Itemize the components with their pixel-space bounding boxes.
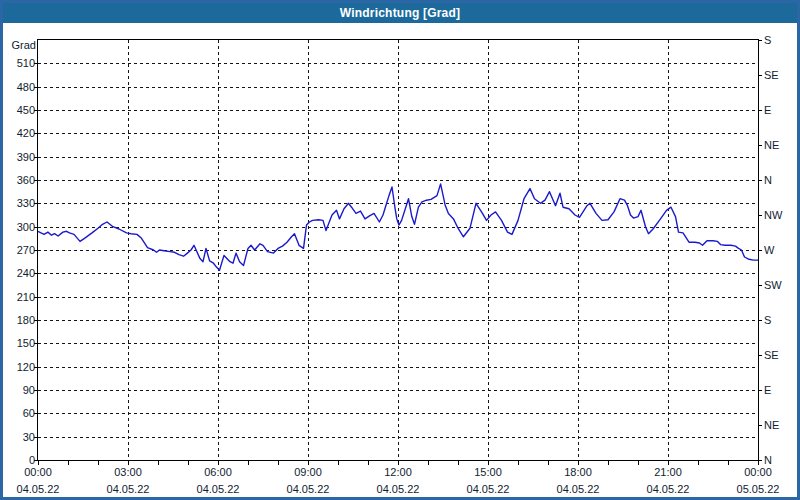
x-tick-date-label: 04.05.22 xyxy=(107,483,150,495)
y-tick-label: 180 xyxy=(17,314,35,326)
y-tick-label: 450 xyxy=(17,104,35,116)
x-tick-time-label: 00:00 xyxy=(24,466,52,478)
y-tick-label: 0 xyxy=(29,454,35,466)
y-tick-label: 90 xyxy=(23,384,35,396)
x-tick-date-label: 04.05.22 xyxy=(467,483,510,495)
y-tick-label: 330 xyxy=(17,197,35,209)
x-tick-time-label: 12:00 xyxy=(384,466,412,478)
x-tick-time-label: 21:00 xyxy=(654,466,682,478)
y-tick-label: 30 xyxy=(23,431,35,443)
y-tick-label: 240 xyxy=(17,267,35,279)
x-tick-time-label: 09:00 xyxy=(294,466,322,478)
y-tick-label: 480 xyxy=(17,81,35,93)
compass-tick-label: SW xyxy=(764,279,782,291)
y-tick-label: 270 xyxy=(17,244,35,256)
compass-tick-label: NE xyxy=(764,419,779,431)
y-tick-label: 300 xyxy=(17,221,35,233)
app-window: Windrichtung [Grad] Grad0306090120150180… xyxy=(0,0,800,500)
y-tick-label: 120 xyxy=(17,361,35,373)
chart-canvas: Grad030609012015018021024027030033036039… xyxy=(3,3,797,497)
y-tick-label: 360 xyxy=(17,174,35,186)
x-tick-date-label: 04.05.22 xyxy=(17,483,60,495)
axis-labels: Grad030609012015018021024027030033036039… xyxy=(12,34,783,495)
gridlines xyxy=(38,40,758,460)
y-tick-label: 150 xyxy=(17,337,35,349)
compass-tick-label: S xyxy=(764,314,771,326)
compass-tick-label: N xyxy=(764,454,772,466)
compass-tick-label: E xyxy=(764,384,771,396)
x-tick-time-label: 15:00 xyxy=(474,466,502,478)
compass-tick-label: NW xyxy=(764,209,783,221)
x-tick-time-label: 18:00 xyxy=(564,466,592,478)
x-tick-time-label: 03:00 xyxy=(114,466,142,478)
x-tick-date-label: 04.05.22 xyxy=(557,483,600,495)
x-tick-date-label: 04.05.22 xyxy=(287,483,330,495)
compass-tick-label: N xyxy=(764,174,772,186)
x-tick-time-label: 06:00 xyxy=(204,466,232,478)
y-axis-unit-label: Grad xyxy=(12,39,36,51)
compass-tick-label: W xyxy=(764,244,775,256)
compass-tick-label: S xyxy=(764,34,771,46)
x-tick-date-label: 04.05.22 xyxy=(647,483,690,495)
y-tick-label: 420 xyxy=(17,127,35,139)
x-tick-date-label: 05.05.22 xyxy=(737,483,780,495)
y-tick-label: 210 xyxy=(17,291,35,303)
y-tick-label: 510 xyxy=(17,57,35,69)
compass-tick-label: E xyxy=(764,104,771,116)
compass-tick-label: SE xyxy=(764,349,779,361)
x-tick-date-label: 04.05.22 xyxy=(197,483,240,495)
compass-tick-label: NE xyxy=(764,139,779,151)
y-tick-label: 60 xyxy=(23,407,35,419)
compass-tick-label: SE xyxy=(764,69,779,81)
x-tick-time-label: 00:00 xyxy=(744,466,772,478)
y-tick-label: 390 xyxy=(17,151,35,163)
x-tick-date-label: 04.05.22 xyxy=(377,483,420,495)
